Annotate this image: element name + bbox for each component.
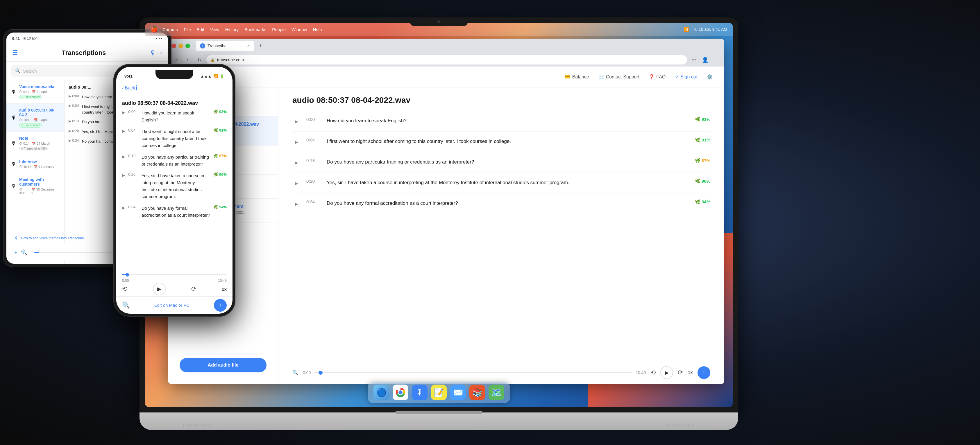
phone-play-4[interactable]: ▶ — [122, 172, 125, 178]
tab-close-btn[interactable]: ✕ — [247, 44, 250, 48]
add-audio-btn[interactable]: Add audio file — [180, 358, 267, 372]
player-search-icon[interactable]: 🔍 — [293, 370, 298, 375]
phone-row-4: ▶ 0:20 Yes, sir. I have taken a course i… — [122, 172, 227, 200]
phone-time-1: 0:00 — [128, 110, 138, 114]
menu-file[interactable]: File — [184, 27, 191, 32]
phone-row-2: ▶ 0:04 I first went to night school afte… — [122, 128, 227, 149]
phone-share-btn[interactable]: ↑ — [214, 299, 227, 312]
chrome-new-tab-btn[interactable]: + — [256, 41, 265, 50]
menu-window[interactable]: Window — [291, 27, 307, 32]
tablet-play-2[interactable]: ▶ 0:04 — [68, 104, 79, 115]
play-btn-5[interactable]: ▶ — [293, 200, 301, 208]
transcript-title-bar: audio 08:50:37 08-04-2022.wav — [278, 87, 724, 111]
transcript-title: audio 08:50:37 08-04-2022.wav — [293, 95, 710, 105]
tablet-player-search-icon[interactable]: 🔍 — [21, 249, 27, 256]
apple-menu-icon[interactable]: 🍎 — [151, 26, 158, 33]
dock-notes[interactable]: 📝 — [431, 385, 447, 400]
menu-history[interactable]: History — [225, 27, 239, 32]
tablet-menu-icon[interactable]: ☰ — [12, 49, 18, 57]
dock-chrome[interactable] — [393, 385, 408, 400]
play-btn-1[interactable]: ▶ — [293, 118, 301, 126]
tablet-play-5[interactable]: ▶ 0:34 — [68, 138, 79, 145]
tablet-play-4[interactable]: ▶ 0:20 — [68, 129, 79, 135]
menu-view[interactable]: View — [210, 27, 219, 32]
menu-chrome[interactable]: Chrome — [162, 27, 178, 32]
tablet-play-1[interactable]: ▶ 0:00 — [68, 94, 79, 100]
tablet-search-icon: 🔍 — [15, 68, 21, 73]
traffic-light-minimize[interactable] — [178, 44, 183, 48]
phone-edit-btn[interactable]: Edit on Mac or PC — [154, 303, 190, 308]
chrome-address-bar[interactable]: 🔒 transcribe.com — [206, 55, 687, 65]
phone-info-btn[interactable]: ℹ — [135, 84, 137, 92]
chrome-tab-transcribe[interactable]: T Transcribe ✕ — [196, 41, 254, 51]
phone-play-3[interactable]: ▶ — [122, 154, 125, 159]
tab-favicon: T — [200, 43, 205, 49]
phone-rewind-btn[interactable]: ⟲ — [122, 285, 127, 293]
phone-transcript-body[interactable]: ▶ 0:00 How did you learn to speak Englis… — [116, 110, 232, 273]
phone-forward-btn[interactable]: ⟳ — [191, 285, 196, 293]
player-share-btn[interactable]: ↑ — [697, 366, 710, 379]
tablet-item-meta-meeting: ⏱ 4:03📅 30 December 2... — [19, 188, 60, 195]
phone-play-1[interactable]: ▶ — [122, 110, 125, 115]
phone-speed[interactable]: 1x — [222, 287, 227, 292]
phone-text-3: Do you have any particular training or c… — [142, 154, 210, 168]
play-btn-2[interactable]: ▶ — [293, 138, 301, 146]
menu-people[interactable]: People — [272, 27, 286, 32]
sign-out-label: Sign out — [680, 75, 697, 79]
traffic-light-fullscreen[interactable] — [185, 44, 190, 48]
tablet-item-audio[interactable]: 🎙 audio 08:50:37 08-04-2... ⏱ 10:49📅 8 A… — [6, 104, 64, 132]
tablet-item-voice-memos[interactable]: 🎙 Voice memos.m4a ⏱ 5:47📅 10 April ✓ Tra… — [6, 80, 64, 104]
nav-faq[interactable]: ❓ FAQ — [649, 74, 665, 79]
tablet-item-meeting[interactable]: 🎙 Meeting with customers ⏱ 4:03📅 30 Dece… — [6, 173, 64, 199]
tablet-microphone-icon[interactable]: 🎙 — [150, 49, 156, 57]
menu-bookmarks[interactable]: Bookmarks — [244, 27, 266, 32]
tablet-play-3[interactable]: ▶ 0:13 — [68, 119, 79, 125]
tablet-player-add-icon[interactable]: + — [14, 250, 17, 255]
chrome-forward-btn[interactable]: › — [183, 55, 192, 65]
menu-help[interactable]: Help — [313, 27, 322, 32]
nav-sign-out[interactable]: ↗ Sign out — [675, 74, 697, 79]
chrome-menu-btn[interactable]: ⋮ — [711, 55, 721, 65]
settings-icon: ⚙️ — [707, 74, 713, 79]
dock-finder[interactable]: 🔵 — [374, 385, 389, 400]
phone-player-times: 0:00 10:49 — [122, 278, 227, 283]
phone-row-5: ▶ 0:34 Do you have any formal accreditat… — [122, 205, 227, 219]
play-btn-3[interactable]: ▶ — [293, 159, 301, 167]
play-btn-4[interactable]: ▶ — [293, 179, 301, 188]
nav-settings[interactable]: ⚙️ — [707, 74, 713, 79]
player-forward-icon[interactable]: ⟳ — [678, 369, 683, 377]
tablet-item-interview[interactable]: 🎙 Interview ⏱ 46:18📅 14 January — [6, 155, 64, 173]
nav-balance[interactable]: 💳 Balance — [565, 74, 589, 79]
tablet-item-meta-audio: ⏱ 10:49📅 8 April — [19, 118, 60, 122]
dock-books[interactable]: 📚 — [469, 385, 485, 400]
player-time-end: 10:49 — [636, 370, 646, 375]
player-rewind-icon[interactable]: ⟲ — [651, 369, 655, 377]
phone-back-btn[interactable]: ‹ Back — [122, 86, 135, 91]
phone-wifi-icon: 📶 — [213, 74, 218, 78]
chrome-refresh-btn[interactable]: ↻ — [195, 55, 204, 65]
chrome-back-btn[interactable]: ‹ — [172, 55, 181, 65]
phone-play-2[interactable]: ▶ — [122, 128, 125, 134]
phone-play-5[interactable]: ▶ — [122, 205, 125, 210]
chrome-bookmark-btn[interactable]: ☆ — [689, 55, 699, 65]
transcript-body[interactable]: ▶ 0:00 How did you learn to speak Englis… — [278, 111, 724, 361]
dock-transcribe[interactable]: 🎙 — [412, 385, 428, 400]
menu-edit[interactable]: Edit — [197, 27, 204, 32]
player-speed[interactable]: 1x — [687, 370, 693, 375]
tablet-item-meta-note: ⏱ 0:14📅 27 March — [19, 142, 50, 146]
player-progress-track[interactable] — [314, 372, 632, 373]
player-play-btn[interactable]: ▶ — [660, 366, 673, 379]
nav-contact-support[interactable]: ✉️ Contact Support — [598, 74, 640, 79]
dock-maps[interactable]: 🗺️ — [488, 385, 504, 400]
chrome-profile-btn[interactable]: 👤 — [700, 55, 710, 65]
phone-time: 9:41 — [124, 74, 132, 78]
tablet-back-icon[interactable]: ‹ — [160, 49, 162, 57]
dock-mail[interactable]: ✉️ — [450, 385, 466, 400]
transcript-row-2: ▶ 0:04 I first went to night school afte… — [293, 132, 710, 152]
traffic-light-close[interactable] — [172, 44, 176, 48]
phone-bottom-search-icon[interactable]: 🔍 — [122, 302, 130, 309]
phone-text-1: How did you learn to speak English? — [142, 110, 210, 124]
tablet-item-note[interactable]: 🎙 Note ⏱ 0:14📅 27 March ↺ Transcribing 4… — [6, 132, 64, 155]
tablet-player-progress — [34, 252, 125, 253]
phone-play-btn[interactable]: ▶ — [153, 283, 165, 296]
